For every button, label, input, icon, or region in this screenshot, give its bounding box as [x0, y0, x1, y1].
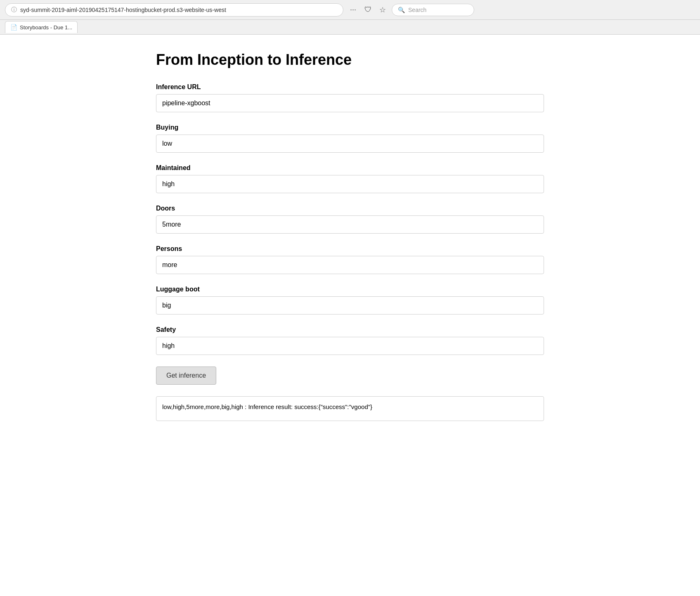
label-luggage-boot: Luggage boot — [156, 286, 544, 293]
get-inference-button[interactable]: Get inference — [156, 367, 216, 385]
input-inference-url[interactable] — [156, 94, 544, 112]
input-safety[interactable] — [156, 337, 544, 355]
url-text: syd-summit-2019-aiml-20190425175147-host… — [20, 7, 337, 13]
label-buying: Buying — [156, 124, 544, 131]
form-group-persons: Persons — [156, 245, 544, 274]
page-title: From Inception to Inference — [156, 51, 544, 69]
page-content: From Inception to Inference Inference UR… — [148, 35, 552, 438]
form-group-doors: Doors — [156, 205, 544, 234]
search-placeholder-text: Search — [408, 7, 426, 13]
form-group-buying: Buying — [156, 124, 544, 153]
form-fields-container: Inference URLBuyingMaintainedDoorsPerson… — [156, 83, 544, 355]
pocket-icon[interactable]: 🛡 — [363, 5, 374, 14]
form-group-maintained: Maintained — [156, 164, 544, 193]
input-doors[interactable] — [156, 215, 544, 234]
input-maintained[interactable] — [156, 175, 544, 193]
input-buying[interactable] — [156, 135, 544, 153]
result-box: low,high,5more,more,big,high : Inference… — [156, 396, 544, 421]
browser-chrome: ⓘ syd-summit-2019-aiml-20190425175147-ho… — [0, 0, 700, 20]
input-luggage-boot[interactable] — [156, 296, 544, 315]
label-safety: Safety — [156, 326, 544, 333]
menu-dots[interactable]: ··· — [348, 5, 359, 14]
search-bar[interactable]: 🔍 Search — [392, 4, 474, 16]
storyboards-tab[interactable]: 📄 Storyboards - Due 1... — [5, 21, 78, 33]
form-group-inference-url: Inference URL — [156, 83, 544, 112]
label-inference-url: Inference URL — [156, 83, 544, 91]
form-group-luggage-boot: Luggage boot — [156, 286, 544, 315]
search-icon: 🔍 — [398, 7, 405, 13]
label-doors: Doors — [156, 205, 544, 212]
label-maintained: Maintained — [156, 164, 544, 172]
tab-label: Storyboards - Due 1... — [20, 24, 72, 31]
info-icon: ⓘ — [11, 6, 17, 14]
star-icon[interactable]: ☆ — [378, 5, 388, 14]
input-persons[interactable] — [156, 256, 544, 274]
url-bar[interactable]: ⓘ syd-summit-2019-aiml-20190425175147-ho… — [5, 3, 343, 17]
form-group-safety: Safety — [156, 326, 544, 355]
tab-bar: 📄 Storyboards - Due 1... — [0, 20, 700, 35]
label-persons: Persons — [156, 245, 544, 253]
tab-file-icon: 📄 — [10, 24, 17, 31]
